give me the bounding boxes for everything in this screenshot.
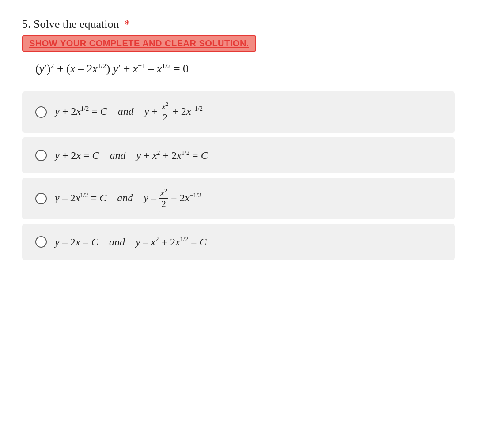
- option-d[interactable]: y – 2x = C and y – x2 + 2x1/2 = C: [22, 224, 455, 260]
- radio-a[interactable]: [35, 106, 47, 118]
- question-number: 5. Solve the equation: [22, 18, 119, 31]
- question-header: 5. Solve the equation *: [22, 18, 455, 31]
- required-star: *: [125, 18, 130, 31]
- radio-c[interactable]: [35, 193, 47, 204]
- option-d-text: y – 2x = C and y – x2 + 2x1/2 = C: [55, 233, 207, 250]
- radio-b[interactable]: [35, 150, 47, 161]
- main-equation: (y′)2 + (x – 2x1/2) y′ + x−1 – x1/2 = 0: [22, 60, 455, 78]
- option-c-text: y – 2x1/2 = C and y – x22 + 2x−1/2: [55, 188, 201, 210]
- solution-banner: SHOW YOUR COMPLETE AND CLEAR SOLUTION.: [22, 35, 256, 52]
- solution-banner-text: SHOW YOUR COMPLETE AND CLEAR SOLUTION.: [29, 38, 249, 48]
- option-a-text: y + 2x1/2 = C and y + x22 + 2x−1/2: [55, 101, 203, 123]
- radio-d[interactable]: [35, 236, 47, 248]
- options-container: y + 2x1/2 = C and y + x22 + 2x−1/2 y + 2…: [22, 91, 455, 260]
- option-b[interactable]: y + 2x = C and y + x2 + 2x1/2 = C: [22, 137, 455, 173]
- option-a[interactable]: y + 2x1/2 = C and y + x22 + 2x−1/2: [22, 91, 455, 133]
- option-b-text: y + 2x = C and y + x2 + 2x1/2 = C: [55, 147, 208, 164]
- option-c[interactable]: y – 2x1/2 = C and y – x22 + 2x−1/2: [22, 178, 455, 219]
